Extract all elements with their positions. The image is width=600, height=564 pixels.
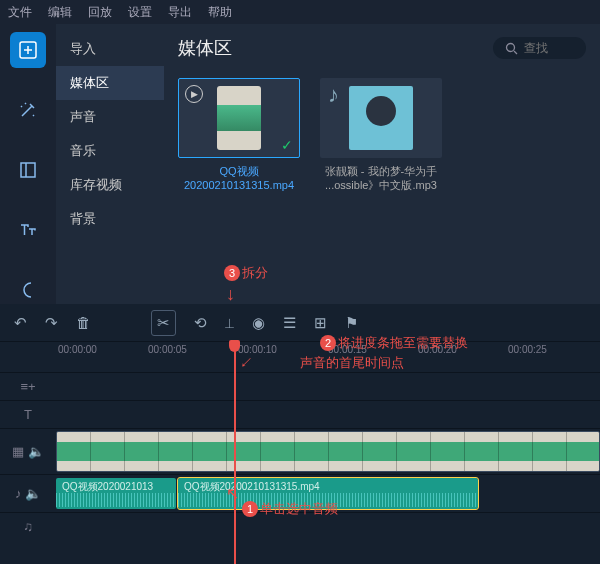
crop-icon[interactable]: ⟂ bbox=[225, 314, 234, 331]
rail-moon-icon[interactable] bbox=[10, 272, 46, 308]
media-thumb[interactable]: ♪ bbox=[320, 78, 442, 158]
ruler-mark: 00:00:15 bbox=[328, 344, 367, 355]
panel-title: 媒体区 bbox=[178, 36, 232, 60]
track-head-audio[interactable]: ♪ 🔈 bbox=[0, 486, 56, 501]
ruler-mark: 00:00:00 bbox=[58, 344, 97, 355]
delete-icon[interactable]: 🗑 bbox=[76, 314, 91, 331]
video-clip[interactable] bbox=[56, 431, 600, 472]
menu-file[interactable]: 文件 bbox=[8, 4, 32, 21]
flag-icon[interactable]: ⚑ bbox=[345, 314, 358, 332]
check-icon: ✓ bbox=[281, 137, 293, 153]
audio-track[interactable]: QQ视频2020021013 QQ视频20200210131315.mp4 bbox=[56, 475, 600, 512]
search-icon bbox=[505, 42, 518, 55]
media-item-audio[interactable]: ♪ 张靓颖 - 我的梦-华为手...ossible》中文版.mp3 bbox=[320, 78, 442, 193]
sidebar-item-import[interactable]: 导入 bbox=[56, 32, 164, 66]
menu-playback[interactable]: 回放 bbox=[88, 4, 112, 21]
media-label: 张靓颖 - 我的梦-华为手...ossible》中文版.mp3 bbox=[320, 164, 442, 193]
media-label: QQ视频20200210131315.mp4 bbox=[178, 164, 300, 193]
rail-add-icon[interactable] bbox=[10, 32, 46, 68]
timeline-toolbar: ↶ ↷ 🗑 ✂ ⟲ ⟂ ◉ ☰ ⊞ ⚑ bbox=[0, 304, 600, 342]
sidebar-item-sound[interactable]: 声音 bbox=[56, 100, 164, 134]
search-input[interactable] bbox=[524, 41, 574, 55]
split-scissors-icon[interactable]: ✂ bbox=[151, 310, 176, 336]
playhead[interactable] bbox=[234, 346, 236, 564]
menu-settings[interactable]: 设置 bbox=[128, 4, 152, 21]
menu-export[interactable]: 导出 bbox=[168, 4, 192, 21]
rail-wand-icon[interactable] bbox=[10, 92, 46, 128]
ruler-mark: 00:00:20 bbox=[418, 344, 457, 355]
wizard-icon[interactable]: ⊞ bbox=[314, 314, 327, 332]
svg-rect-1 bbox=[21, 163, 35, 177]
rail-text-icon[interactable] bbox=[10, 212, 46, 248]
undo-icon[interactable]: ↶ bbox=[14, 314, 27, 332]
sidebar-item-bg[interactable]: 背景 bbox=[56, 202, 164, 236]
music-note-icon: ♪ bbox=[328, 82, 339, 108]
track-head-add[interactable]: ≡+ bbox=[0, 379, 56, 394]
play-icon: ▶ bbox=[185, 85, 203, 103]
media-item-video[interactable]: ▶ ✓ QQ视频20200210131315.mp4 bbox=[178, 78, 300, 193]
audio-clip[interactable]: QQ视频2020021013 bbox=[56, 478, 176, 509]
menu-help[interactable]: 帮助 bbox=[208, 4, 232, 21]
track-head-effect[interactable]: ♫ bbox=[0, 519, 56, 534]
timeline-ruler[interactable]: 00:00:00 00:00:05 00:00:10 00:00:15 00:0… bbox=[0, 342, 600, 372]
media-thumb[interactable]: ▶ ✓ bbox=[178, 78, 300, 158]
audio-clip-selected[interactable]: QQ视频20200210131315.mp4 bbox=[178, 478, 478, 509]
menubar: 文件 编辑 回放 设置 导出 帮助 bbox=[0, 0, 600, 24]
timeline: ↶ ↷ 🗑 ✂ ⟲ ⟂ ◉ ☰ ⊞ ⚑ 00:00:00 00:00:05 00… bbox=[0, 304, 600, 564]
sidebar-item-stock[interactable]: 库存视频 bbox=[56, 168, 164, 202]
rotate-icon[interactable]: ⟲ bbox=[194, 314, 207, 332]
svg-point-4 bbox=[507, 43, 515, 51]
menu-edit[interactable]: 编辑 bbox=[48, 4, 72, 21]
track-head-text[interactable]: T bbox=[0, 407, 56, 422]
track-head-video[interactable]: ▦ 🔈 bbox=[0, 444, 56, 459]
search-box[interactable] bbox=[493, 37, 586, 59]
video-track[interactable] bbox=[56, 429, 600, 474]
ruler-mark: 00:00:05 bbox=[148, 344, 187, 355]
rail-frame-icon[interactable] bbox=[10, 152, 46, 188]
adjust-icon[interactable]: ☰ bbox=[283, 314, 296, 332]
redo-icon[interactable]: ↷ bbox=[45, 314, 58, 332]
record-icon[interactable]: ◉ bbox=[252, 314, 265, 332]
ruler-mark: 00:00:25 bbox=[508, 344, 547, 355]
sidebar-item-media[interactable]: 媒体区 bbox=[56, 66, 164, 100]
sidebar-item-music[interactable]: 音乐 bbox=[56, 134, 164, 168]
ruler-mark: 00:00:10 bbox=[238, 344, 277, 355]
